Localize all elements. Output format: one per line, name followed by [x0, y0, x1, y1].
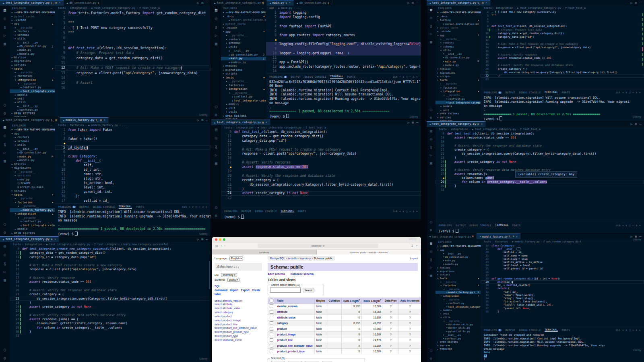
panel-tab-debug-console[interactable]: DEBUG CONSOLE: [255, 210, 277, 213]
explorer-item[interactable]: ▸__pycache__: [10, 216, 55, 220]
panel-tab-output[interactable]: OUTPUT: [79, 205, 89, 208]
explorer-item[interactable]: ▸utils: [10, 37, 55, 41]
explorer-item[interactable]: ▸routers: [10, 136, 55, 140]
editor-tab[interactable]: ◆db_connection.py2: [294, 0, 332, 6]
table-row[interactable]: alembic_versiontable8,19216,384??-1: [268, 304, 421, 309]
editor-tab[interactable]: ◆test_integrate_category.py1, M×: [0, 0, 64, 6]
account-icon[interactable]: ◯: [215, 104, 217, 109]
breadcrumb-link[interactable]: test-db: [288, 257, 297, 260]
breadcrumb-item[interactable]: app: [269, 6, 274, 10]
panel-tab-ports[interactable]: PORTS: [347, 75, 355, 78]
panel-tab-debug-console[interactable]: DEBUG CONSOLE: [519, 91, 541, 94]
table-row[interactable]: attribute_valuetable016,384??-1: [268, 315, 421, 321]
code-editor[interactable]: 1from tests.factories.models_factory imp…: [55, 10, 211, 117]
explorer-item[interactable]: ▸routers: [221, 37, 266, 41]
run-debug-icon[interactable]: ▷: [4, 33, 6, 37]
run-python-file-button[interactable]: ▷: [197, 1, 199, 5]
explorer-item[interactable]: ▸__pycache__: [436, 298, 481, 301]
search-icon[interactable]: ◎: [215, 136, 217, 140]
minimize-window-button[interactable]: [219, 238, 221, 241]
explorer-item[interactable]: ▾app●: [221, 30, 266, 34]
explorer-item[interactable]: ▸unit: [436, 312, 481, 315]
source-control-icon[interactable]: ɣ: [4, 142, 6, 146]
explorer-item[interactable]: ◆main.py: [10, 48, 55, 52]
explorer-root-folder[interactable]: ▾ ~-DEV-TRY-FASTAPI-DEVELOPMENT-...: [436, 10, 481, 14]
browser-titlebar[interactable]: [212, 237, 421, 242]
explorer-item[interactable]: ▸.vscode: [221, 26, 266, 30]
explorer-section-outline[interactable]: ▸OUTLINE: [436, 116, 481, 119]
explorer-item[interactable]: ▾factories●: [436, 283, 481, 287]
explorer-item[interactable]: ▾migrations: [10, 166, 55, 170]
explorer-item[interactable]: ▾app●: [436, 33, 481, 37]
explorer-item[interactable]: ◆__init__.py: [10, 41, 55, 44]
breadcrumb-item[interactable]: ◆ models_factory.py: [512, 240, 540, 243]
explorer-item[interactable]: ◆__init__.py: [436, 333, 481, 337]
explorer-more-icon[interactable]: ⋯: [477, 7, 478, 10]
explorer-item[interactable]: ▸migrations: [10, 60, 55, 63]
breadcrumb-item[interactable]: ƒ get_random_category_dict: [543, 240, 581, 243]
run-python-file-button[interactable]: ▷: [631, 122, 633, 126]
explorer-item[interactable]: ▸pytest_cache: [10, 14, 55, 18]
tab-close-icon[interactable]: ×: [266, 121, 267, 124]
run-debug-icon[interactable]: ▷: [4, 269, 6, 274]
run-python-file-button[interactable]: ▷: [631, 1, 633, 5]
explorer-item[interactable]: ▸__pycache__: [436, 287, 481, 291]
explorer-item[interactable]: ▸models: [221, 103, 266, 107]
extensions-icon[interactable]: ▦: [215, 161, 217, 165]
breadcrumb-item[interactable]: tests: [439, 128, 447, 131]
explorer-item[interactable]: ◆conftest.py: [436, 97, 481, 101]
explorer-item[interactable]: ◆db_connection.py: [10, 151, 55, 155]
browser-tab-1[interactable]: localhost: [212, 250, 317, 254]
link-database-schema[interactable]: Database schema: [291, 273, 314, 275]
breadcrumb-item[interactable]: ƒ test_test_a: [139, 6, 160, 10]
sidebar-toggle-icon[interactable]: ▥: [215, 244, 219, 248]
explorer-section-outline[interactable]: ▸OUTLINE: [221, 118, 266, 119]
explorer-item[interactable]: ◆conftest.py: [10, 108, 55, 112]
table-select-link[interactable]: select product: [215, 314, 262, 319]
explorer-section-open-editors[interactable]: ▸OPEN EDITORS: [10, 112, 55, 116]
explorer-item[interactable]: ▸pytest_cache: [436, 26, 481, 29]
explorer-icon[interactable]: ▤: [430, 8, 432, 12]
breadcrumb-item[interactable]: ◆ test_integrate_category.py: [472, 128, 516, 131]
tab-close-icon[interactable]: ×: [59, 1, 60, 4]
split-editor-icon[interactable]: ⊞: [201, 238, 203, 241]
run-python-file-button[interactable]: ▷: [631, 235, 633, 238]
terminal[interactable]: (venv) $: [436, 228, 644, 234]
tab-close-icon[interactable]: ×: [54, 238, 56, 241]
explorer-item[interactable]: ▸__pycache__: [436, 280, 481, 283]
split-editor-icon[interactable]: ⊞: [635, 122, 637, 126]
panel-tab-output[interactable]: OUTPUT: [505, 329, 515, 331]
panel-tab-ports[interactable]: PORTS: [298, 210, 306, 213]
table-name-link[interactable]: alembic_version: [277, 305, 297, 308]
explorer-item[interactable]: ◆models_factory.py3, M: [10, 208, 55, 212]
explorer-item[interactable]: ▾integration●: [436, 294, 481, 298]
terminal[interactable]: (venv) $: [221, 214, 421, 220]
explorer-item[interactable]: ◆conftest.py: [10, 86, 55, 89]
explorer-section-open-editors[interactable]: ▸OPEN EDITORS: [436, 340, 481, 344]
explorer-item[interactable]: ▸__pycache__: [221, 34, 266, 38]
breadcrumb-link[interactable]: inventory: [299, 257, 311, 260]
explorer-item[interactable]: ▾app: [436, 248, 481, 252]
explorer-section-open-editors[interactable]: ▸OPEN EDITORS: [436, 112, 481, 116]
run-debug-icon[interactable]: ▷: [430, 153, 432, 157]
explorer-item[interactable]: ▾integration●: [10, 212, 55, 216]
search-icon[interactable]: ◎: [430, 16, 432, 20]
explorer-item[interactable]: ▸migrations: [436, 70, 481, 74]
explorer-item[interactable]: ▸unit: [10, 97, 55, 101]
explorer-item[interactable]: ◆__init__.py: [10, 104, 55, 108]
code-editor[interactable]: 10class Category:11 def __init__(⋯20 sel…: [481, 244, 644, 327]
schema-select[interactable]: public ▾: [227, 278, 239, 282]
settings-gear-icon[interactable]: ⚙: [215, 213, 217, 218]
settings-gear-icon[interactable]: ⚙: [4, 111, 6, 116]
run-debug-icon[interactable]: ▷: [4, 150, 6, 155]
address-bar[interactable]: localhost ⟳: [258, 244, 378, 248]
explorer-item[interactable]: ▸__pycache__: [436, 82, 481, 85]
explorer-item[interactable]: ◆docker_utils.py: [436, 326, 481, 330]
explorer-item[interactable]: ◆test_integrate_catego...9, M: [436, 101, 481, 104]
explorer-item[interactable]: ◆__init__.py: [10, 147, 55, 151]
explorer-item[interactable]: ◆test_integrate_catego...3, M: [10, 223, 55, 228]
row-checkbox[interactable]: [270, 350, 273, 353]
breadcrumb-item[interactable]: tests: [224, 126, 232, 129]
table-row[interactable]: producttable040,960??-1: [268, 326, 421, 332]
split-editor-icon[interactable]: ⊞: [412, 1, 414, 5]
